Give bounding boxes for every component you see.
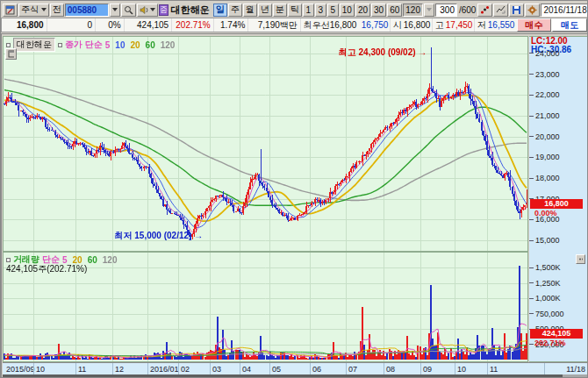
right-arrow-icon: → bbox=[418, 47, 427, 57]
code-dropdown-button[interactable] bbox=[110, 4, 120, 17]
bars-visible-input[interactable] bbox=[435, 4, 457, 17]
minute-button-60[interactable]: 60 bbox=[387, 4, 402, 17]
asset-type-select[interactable]: 주식 bbox=[18, 4, 49, 17]
chart-date-field[interactable]: 2016/11/18 bbox=[541, 4, 588, 17]
trendline-button[interactable] bbox=[493, 4, 508, 17]
legend-stock-name[interactable]: 대한해운 bbox=[13, 38, 55, 52]
window-switch-button[interactable] bbox=[3, 4, 18, 17]
time-axis-separator bbox=[544, 363, 545, 375]
time-axis-label-10: 10 bbox=[36, 365, 45, 374]
price-tick-22000: 22,000 bbox=[529, 90, 560, 99]
period-tab-월[interactable]: 월 bbox=[243, 4, 257, 17]
current-price-marker: 16,800 bbox=[530, 199, 583, 209]
period-tab-틱[interactable]: 틱 bbox=[288, 4, 302, 17]
bars-total-label: /600 bbox=[458, 5, 477, 15]
period-tab-strip: 일주월년분틱 bbox=[213, 4, 302, 17]
price-ma-5-label[interactable]: 5 bbox=[105, 40, 111, 50]
search-icon bbox=[124, 5, 133, 15]
price-tick-19000: 19,000 bbox=[529, 153, 560, 161]
time-axis-separator bbox=[310, 363, 311, 375]
time-axis-separator bbox=[112, 363, 113, 375]
minute-button-30[interactable]: 30 bbox=[371, 4, 386, 17]
dots-icon bbox=[480, 5, 490, 15]
time-axis-separator bbox=[75, 363, 76, 375]
volume-tick-1500000: 1,500K bbox=[529, 263, 561, 272]
time-axis-end-label: 11/18 bbox=[566, 365, 585, 374]
time-axis-label-2016-01: 2016/01 bbox=[150, 365, 179, 374]
pane-tool-button[interactable] bbox=[5, 48, 17, 60]
legend-study-label[interactable]: 종가 단순 bbox=[65, 39, 103, 51]
time-axis-label-12: 12 bbox=[115, 365, 124, 374]
stock-code-input[interactable] bbox=[65, 4, 109, 17]
sound-button[interactable] bbox=[137, 4, 158, 17]
floppy-disk-icon bbox=[512, 5, 521, 15]
low-price: 16,550 bbox=[485, 18, 517, 32]
low-annotation: 최저 15,000 (02/12) → bbox=[115, 230, 204, 242]
price-ma-periods: 5102060120 bbox=[105, 40, 176, 50]
period-tab-일[interactable]: 일 bbox=[213, 4, 227, 17]
price-tick-24000: 24,000 bbox=[529, 49, 560, 58]
period-tab-년[interactable]: 년 bbox=[258, 4, 272, 17]
time-axis-label-06: 06 bbox=[312, 365, 321, 374]
period-tab-분[interactable]: 분 bbox=[273, 4, 287, 17]
volume-value: 424,105 bbox=[125, 18, 172, 32]
price-tick-18000: 18,000 bbox=[529, 174, 560, 182]
minute-button-10[interactable]: 10 bbox=[340, 4, 355, 17]
time-axis-separator bbox=[420, 363, 421, 375]
time-axis: 11/18 2015/091011122016/0102030405060708… bbox=[3, 362, 588, 374]
search-button[interactable] bbox=[121, 4, 136, 17]
price-tick-23000: 23,000 bbox=[529, 70, 560, 79]
minute-button-120[interactable]: 120 bbox=[403, 4, 423, 17]
legend-checkbox-icon[interactable] bbox=[6, 258, 11, 262]
main-toolbar: 주식 전 증 대한해운 일주월년분틱 13510203060120 /600 2… bbox=[1, 2, 588, 18]
time-axis-separator bbox=[210, 363, 211, 375]
time-axis-separator bbox=[33, 363, 34, 375]
period-tab-주[interactable]: 주 bbox=[228, 4, 242, 17]
time-axis-label-07: 07 bbox=[348, 365, 357, 374]
minute-button-5[interactable]: 5 bbox=[327, 4, 339, 17]
quote-strip: 16,800 0 0% 424,105 202.71% 1.74% 7,190백… bbox=[1, 18, 588, 32]
scrollbar-handle[interactable] bbox=[3, 374, 563, 378]
horizontal-scrollbar[interactable] bbox=[3, 374, 588, 378]
minute-button-20[interactable]: 20 bbox=[355, 4, 370, 17]
time-axis-separator bbox=[269, 363, 270, 375]
chart-frame: 대한해운 종가 단순 5102060120 최고 24,300 (09/02) … bbox=[1, 33, 588, 378]
volume-tick-750000: 750,000 bbox=[529, 310, 564, 318]
time-axis-label-10: 10 bbox=[457, 365, 466, 374]
volume-ma-120-label[interactable]: 120 bbox=[103, 255, 118, 265]
time-axis-label-11: 11 bbox=[490, 365, 498, 374]
legend-checkbox-icon[interactable] bbox=[6, 43, 11, 47]
time-axis-label-04: 04 bbox=[242, 365, 251, 374]
current-volume-marker: 424,105 bbox=[530, 329, 583, 339]
pane-splitter-button[interactable] bbox=[576, 254, 585, 264]
best-bid: 16,750 bbox=[359, 18, 391, 32]
price-ma-10-label[interactable]: 10 bbox=[115, 40, 125, 50]
minute-button-3[interactable]: 3 bbox=[315, 4, 326, 17]
minute-button-1[interactable]: 1 bbox=[303, 4, 314, 17]
price-ma-120-label[interactable]: 120 bbox=[161, 40, 176, 50]
time-axis-separator bbox=[147, 363, 148, 375]
volume-tick-1250000: 1,250K bbox=[529, 279, 561, 288]
best-quote-label: 최우선 bbox=[301, 18, 327, 32]
volume-ma-60-label[interactable]: 60 bbox=[88, 255, 97, 265]
sell-button[interactable]: 매도 bbox=[552, 18, 587, 32]
price-chart-canvas[interactable] bbox=[4, 37, 527, 251]
price-ma-20-label[interactable]: 20 bbox=[130, 40, 140, 50]
turnover-pct: 1.74% bbox=[214, 18, 249, 32]
price-change: 0 bbox=[47, 18, 96, 32]
time-axis-label-2015-09: 2015/09 bbox=[6, 365, 35, 374]
chevron-down-icon bbox=[427, 8, 432, 11]
save-button[interactable] bbox=[509, 4, 524, 17]
low-label: 저 bbox=[475, 18, 485, 32]
volume-pane: 거래량 단순 52060120 424,105주(202.71%) bbox=[3, 252, 528, 362]
settings-button[interactable] bbox=[525, 4, 540, 17]
trade-value: 7,190백만 bbox=[248, 18, 300, 32]
price-ma-60-label[interactable]: 60 bbox=[146, 40, 155, 50]
interval-dropdown-disabled[interactable] bbox=[424, 4, 434, 17]
compare-button[interactable] bbox=[477, 4, 492, 17]
legend-checkbox-icon[interactable] bbox=[58, 43, 62, 47]
time-axis-label-02: 02 bbox=[181, 365, 190, 374]
buy-button[interactable]: 매수 bbox=[517, 18, 552, 32]
prev-stock-button[interactable]: 전 bbox=[50, 4, 64, 17]
time-axis-separator bbox=[346, 363, 347, 375]
